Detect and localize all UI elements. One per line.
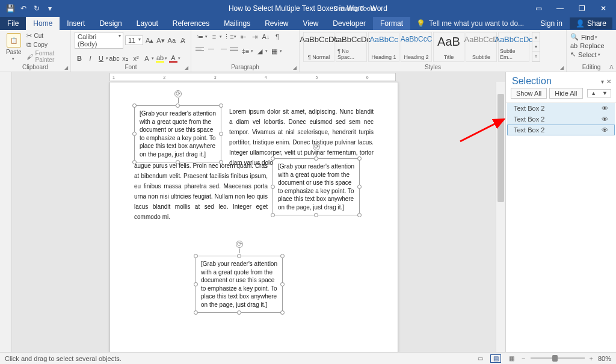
multilevel-list-button[interactable]: ⋮≡	[224, 32, 233, 42]
tab-home[interactable]: Home	[26, 17, 60, 30]
select-button[interactable]: ↖Select▾	[570, 51, 605, 58]
share-button[interactable]: 👤 Share	[570, 17, 612, 29]
style-item[interactable]: AaBbCcDSubtitle	[466, 32, 497, 62]
gallery-scroll[interactable]: ▴▾▿	[532, 32, 540, 62]
sign-in-link[interactable]: Sign in	[535, 19, 567, 28]
pane-close-icon[interactable]: ✕	[606, 78, 611, 85]
tab-file[interactable]: File	[0, 17, 26, 30]
zoom-in-button[interactable]: +	[590, 355, 593, 362]
resize-handle[interactable]	[280, 254, 285, 258]
show-all-button[interactable]: Show All	[511, 88, 547, 99]
superscript-button[interactable]: x²	[131, 54, 141, 63]
line-spacing-button[interactable]: ‡≡	[241, 46, 250, 56]
resize-handle[interactable]	[194, 310, 198, 315]
resize-handle[interactable]	[271, 156, 275, 161]
font-name-combo[interactable]: Calibri (Body)	[75, 32, 123, 49]
save-icon[interactable]: 💾	[5, 3, 16, 14]
tab-mailings[interactable]: Mailings	[217, 17, 257, 30]
dialog-launcher-icon[interactable]: ◢	[185, 65, 188, 70]
minimize-button[interactable]: —	[550, 0, 570, 17]
resize-handle[interactable]	[219, 160, 223, 164]
copy-button[interactable]: ⧉Copy	[26, 41, 67, 49]
web-layout-button[interactable]: ▦	[506, 354, 517, 363]
font-color-button[interactable]: A	[168, 54, 178, 63]
zoom-out-button[interactable]: −	[522, 355, 525, 362]
text-box[interactable]: [Grab your reader's attention with a gre…	[196, 256, 283, 313]
style-item[interactable]: AaBbCcDcSubtle Em...	[498, 32, 529, 62]
bold-button[interactable]: B	[75, 54, 84, 63]
justify-button[interactable]	[229, 46, 239, 56]
send-backward-button[interactable]: ▼	[599, 90, 611, 97]
tab-layout[interactable]: Layout	[129, 17, 165, 30]
style-item[interactable]: AaBbCcDc¶ Normal	[303, 32, 334, 62]
resize-handle[interactable]	[357, 156, 362, 161]
resize-handle[interactable]	[357, 213, 362, 217]
tab-developer[interactable]: Developer	[325, 17, 373, 30]
selection-item[interactable]: Text Box 2👁	[507, 103, 615, 114]
resize-handle[interactable]	[237, 254, 241, 258]
resize-handle[interactable]	[132, 132, 137, 136]
dialog-launcher-icon[interactable]: ◢	[293, 65, 297, 70]
text-effects-button[interactable]: A	[142, 54, 152, 63]
ribbon-display-options-icon[interactable]: ▭	[528, 0, 549, 17]
rotate-handle-icon[interactable]: ⟳	[313, 143, 320, 150]
cut-button[interactable]: ✂Cut	[26, 32, 67, 40]
bullets-button[interactable]: ≔	[195, 32, 205, 42]
resize-handle[interactable]	[314, 213, 318, 217]
visibility-toggle-icon[interactable]: 👁	[602, 116, 608, 123]
format-painter-button[interactable]: 🖌Format Painter	[26, 50, 67, 63]
resize-handle[interactable]	[194, 282, 198, 286]
text-box[interactable]: [Grab your reader's attention with a gre…	[273, 158, 360, 215]
style-item[interactable]: AaBbCcDc¶ No Spac...	[336, 32, 367, 62]
scrollbar-thumb[interactable]	[497, 94, 504, 202]
vertical-scrollbar[interactable]	[496, 82, 505, 352]
resize-handle[interactable]	[280, 282, 285, 286]
tab-references[interactable]: References	[165, 17, 217, 30]
restore-button[interactable]: ❐	[571, 0, 592, 17]
document-area[interactable]: 123456 Lorem ipsum dolor sit amet, adipi…	[0, 72, 505, 352]
tab-review[interactable]: Review	[257, 17, 295, 30]
align-left-button[interactable]	[195, 46, 205, 56]
tab-view[interactable]: View	[296, 17, 326, 30]
grow-font-button[interactable]: A▴	[145, 35, 154, 45]
selection-item[interactable]: Text Box 2👁	[507, 125, 615, 135]
show-marks-button[interactable]: ¶	[273, 32, 282, 42]
resize-handle[interactable]	[194, 254, 198, 258]
style-item[interactable]: AaBbCcCHeading 2	[401, 32, 432, 62]
resize-handle[interactable]	[357, 185, 362, 189]
resize-handle[interactable]	[132, 103, 137, 108]
hide-all-button[interactable]: Hide All	[549, 88, 582, 99]
dialog-launcher-icon[interactable]: ◢	[64, 65, 68, 70]
tell-me-search[interactable]: 💡 Tell me what you want to do...	[410, 17, 530, 30]
style-item[interactable]: AaBbCcHeading 1	[368, 32, 399, 62]
qat-customize-icon[interactable]: ▾	[45, 3, 55, 14]
visibility-toggle-icon[interactable]: 👁	[602, 105, 608, 112]
zoom-slider[interactable]	[531, 357, 585, 359]
bring-forward-button[interactable]: ▲	[588, 90, 599, 97]
selection-item[interactable]: Text Box 2👁	[507, 114, 615, 125]
highlight-button[interactable]: ab	[155, 54, 165, 63]
align-right-button[interactable]	[218, 46, 227, 56]
align-center-button[interactable]	[206, 46, 216, 56]
replace-button[interactable]: abReplace	[570, 42, 605, 49]
increase-indent-button[interactable]: ⇥	[250, 32, 259, 42]
dialog-launcher-icon[interactable]: ◢	[560, 65, 564, 70]
style-item[interactable]: AaBTitle	[433, 32, 464, 62]
resize-handle[interactable]	[132, 160, 137, 164]
tab-insert[interactable]: Insert	[60, 17, 92, 30]
print-layout-button[interactable]: ▤	[490, 354, 501, 363]
page[interactable]: Lorem ipsum dolor sit amet, adipiscing. …	[109, 82, 398, 352]
collapse-ribbon-icon[interactable]: ᐱ	[609, 64, 614, 70]
redo-icon[interactable]: ↻	[31, 3, 42, 14]
resize-handle[interactable]	[271, 213, 275, 217]
close-button[interactable]: ✕	[593, 0, 614, 17]
sort-button[interactable]: A↓	[261, 32, 271, 42]
rotate-handle-icon[interactable]: ⟳	[174, 90, 182, 97]
resize-handle[interactable]	[237, 310, 241, 315]
tab-format[interactable]: Format	[373, 17, 410, 30]
paste-button[interactable]: 📋 Paste ▾	[4, 32, 24, 63]
decrease-indent-button[interactable]: ⇤	[238, 32, 248, 42]
rotate-handle-icon[interactable]: ⟳	[236, 241, 243, 248]
tab-design[interactable]: Design	[92, 17, 129, 30]
resize-handle[interactable]	[176, 103, 180, 108]
